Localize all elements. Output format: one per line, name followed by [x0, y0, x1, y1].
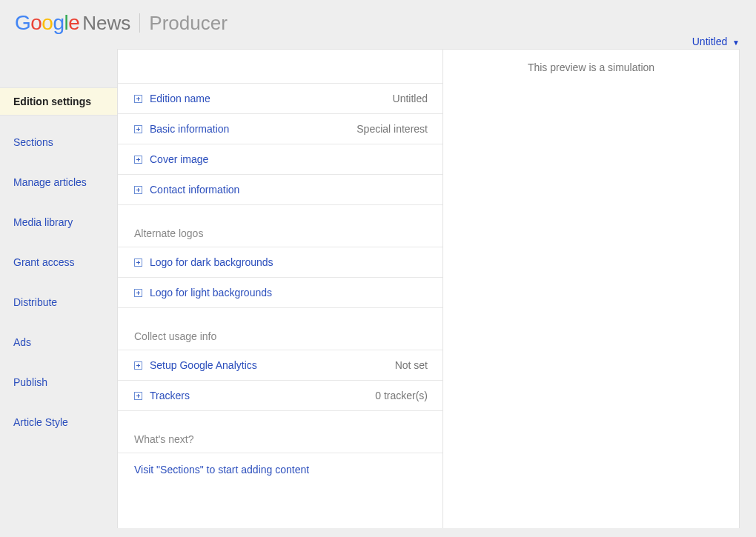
row-label: Cover image [150, 153, 428, 165]
sidebar-item-sections[interactable]: Sections [0, 129, 117, 156]
section-alternate-logos: Alternate logos [118, 205, 442, 247]
divider [139, 13, 140, 33]
row-value: 0 tracker(s) [375, 390, 428, 401]
main-header-spacer [118, 50, 442, 84]
row-cover-image[interactable]: Cover image [118, 144, 442, 175]
row-value: Untitled [393, 93, 428, 104]
app-logo: Google News Producer [15, 10, 741, 35]
row-logo-dark[interactable]: Logo for dark backgrounds [118, 247, 442, 278]
row-value: Not set [395, 359, 428, 371]
section-whats-next: What's next? [118, 411, 442, 453]
row-trackers[interactable]: Trackers 0 tracker(s) [118, 381, 442, 411]
sidebar-item-distribute[interactable]: Distribute [0, 289, 117, 316]
producer-word: Producer [149, 12, 228, 35]
sidebar-item-article-style[interactable]: Article Style [0, 409, 117, 436]
expand-icon [134, 259, 142, 267]
row-google-analytics[interactable]: Setup Google Analytics Not set [118, 350, 442, 381]
visit-sections-link[interactable]: Visit "Sections" to start adding content [118, 453, 442, 486]
sidebar-item-grant-access[interactable]: Grant access [0, 249, 117, 276]
expand-icon [134, 186, 142, 194]
row-label: Trackers [150, 390, 375, 401]
row-label: Basic information [150, 123, 357, 135]
edition-dropdown-label: Untitled [692, 36, 727, 47]
row-label: Logo for light backgrounds [150, 287, 428, 298]
header: Google News Producer Untitled ▼ [0, 0, 756, 39]
layout: Edition settings Sections Manage article… [0, 49, 756, 528]
preview-column: This preview is a simulation [443, 49, 740, 528]
row-edition-name[interactable]: Edition name Untitled [118, 84, 442, 114]
row-value: Special interest [357, 123, 428, 135]
sidebar-item-ads[interactable]: Ads [0, 329, 117, 356]
chevron-down-icon: ▼ [732, 39, 740, 47]
sidebar-item-manage-articles[interactable]: Manage articles [0, 169, 117, 196]
news-word: News [82, 12, 130, 35]
expand-icon [134, 156, 142, 164]
sidebar-item-publish[interactable]: Publish [0, 369, 117, 396]
expand-icon [134, 95, 142, 103]
main-column: Edition name Untitled Basic information … [117, 49, 443, 528]
row-logo-light[interactable]: Logo for light backgrounds [118, 278, 442, 308]
row-label: Setup Google Analytics [150, 359, 395, 371]
google-logo: Google [15, 11, 79, 35]
row-label: Contact information [150, 184, 428, 196]
row-basic-information[interactable]: Basic information Special interest [118, 114, 442, 144]
row-contact-information[interactable]: Contact information [118, 175, 442, 205]
section-collect-usage: Collect usage info [118, 308, 442, 350]
row-label: Edition name [150, 93, 393, 104]
sidebar-item-media-library[interactable]: Media library [0, 209, 117, 236]
sidebar-item-edition-settings[interactable]: Edition settings [0, 87, 117, 116]
preview-message: This preview is a simulation [443, 50, 739, 85]
expand-icon [134, 392, 142, 400]
sidebar: Edition settings Sections Manage article… [0, 49, 117, 528]
row-label: Logo for dark backgrounds [150, 256, 428, 268]
expand-icon [134, 125, 142, 133]
edition-dropdown[interactable]: Untitled ▼ [692, 36, 740, 47]
expand-icon [134, 361, 142, 370]
expand-icon [134, 289, 142, 297]
